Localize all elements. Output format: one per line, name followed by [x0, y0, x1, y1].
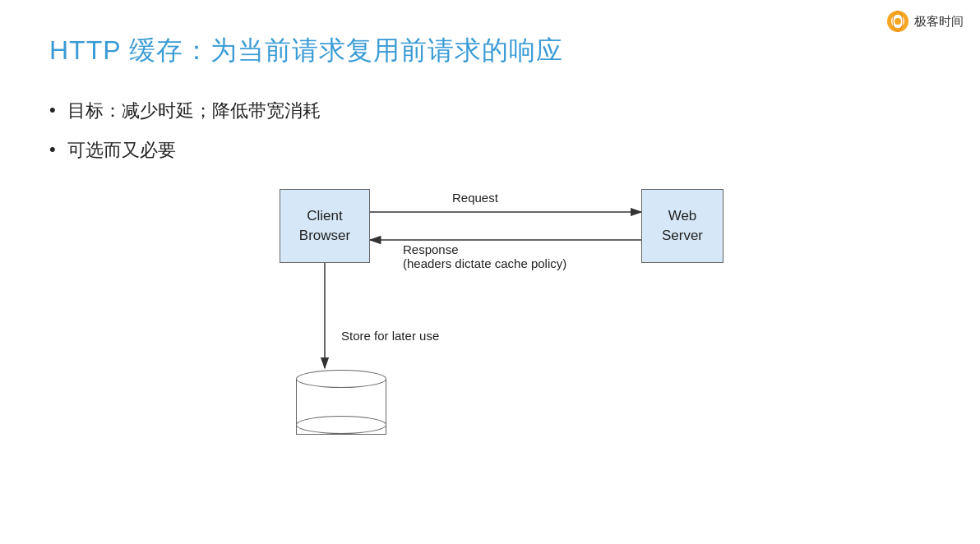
request-label: Request — [452, 191, 498, 205]
cylinder-top — [296, 370, 386, 388]
web-server-box: WebServer — [641, 189, 723, 263]
diagram: ClientBrowser WebServer Request Response… — [197, 148, 871, 493]
page-title: HTTP 缓存：为当前请求复用前请求的响应 — [49, 33, 931, 69]
slide: 极客时间 HTTP 缓存：为当前请求复用前请求的响应 目标：减少时延；降低带宽消… — [0, 0, 980, 544]
web-server-label: WebServer — [662, 206, 703, 246]
client-browser-label: ClientBrowser — [299, 206, 350, 246]
client-browser-box: ClientBrowser — [280, 189, 370, 263]
store-label: Store for later use — [341, 329, 439, 343]
bullet-item-1: 目标：减少时延；降低带宽消耗 — [49, 99, 931, 123]
cache-cylinder — [296, 370, 386, 452]
response-label: Response (headers dictate cache policy) — [403, 242, 566, 270]
logo-text: 极客时间 — [914, 14, 964, 30]
svg-point-2 — [894, 18, 901, 25]
logo: 极客时间 — [886, 10, 964, 33]
cylinder-bottom — [296, 416, 386, 434]
logo-icon — [886, 10, 909, 33]
